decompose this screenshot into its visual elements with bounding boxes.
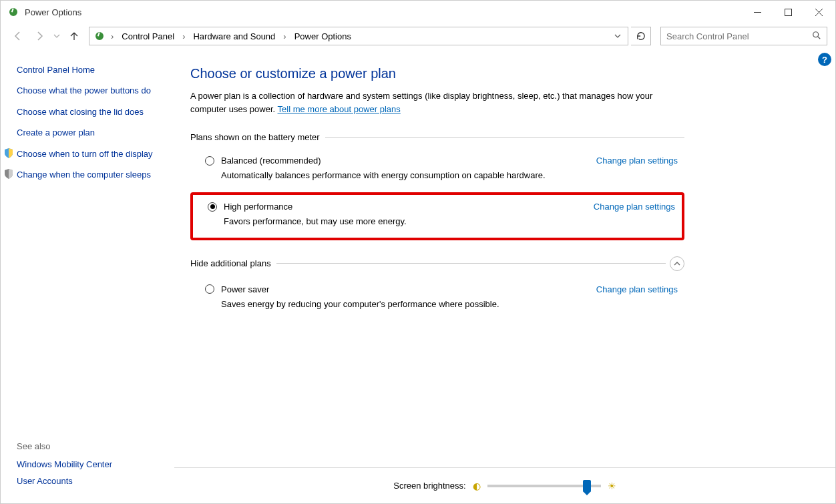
power-options-path-icon xyxy=(93,30,106,42)
plan-high-performance: High performance Change plan settings Fa… xyxy=(190,192,684,240)
change-plan-settings-link[interactable]: Change plan settings xyxy=(596,284,678,294)
search-input[interactable] xyxy=(666,31,812,41)
brightness-slider-thumb[interactable] xyxy=(583,480,591,492)
maximize-button[interactable] xyxy=(773,1,803,23)
nav-forward-button[interactable] xyxy=(30,27,49,45)
svg-line-9 xyxy=(818,36,821,39)
plan-radio-balanced[interactable] xyxy=(205,156,214,166)
svg-rect-3 xyxy=(785,9,791,15)
brightness-slider[interactable] xyxy=(487,485,601,487)
chevron-right-icon: › xyxy=(110,31,115,41)
address-bar[interactable]: › Control Panel › Hardware and Sound › P… xyxy=(89,27,628,45)
shield-icon xyxy=(2,148,15,160)
titlebar: Power Options xyxy=(1,1,835,23)
refresh-button[interactable] xyxy=(631,27,651,45)
collapse-button[interactable] xyxy=(670,256,684,271)
sun-bright-icon: ☀ xyxy=(608,481,616,491)
plan-balanced: Balanced (recommended) Change plan setti… xyxy=(190,152,684,188)
plan-name: Balanced (recommended) xyxy=(221,156,321,166)
learn-more-link[interactable]: Tell me more about power plans xyxy=(278,104,401,114)
chevron-right-icon: › xyxy=(282,31,287,41)
plan-description: Saves energy by reducing your computer's… xyxy=(221,298,678,310)
change-plan-settings-link[interactable]: Change plan settings xyxy=(594,202,675,212)
group-battery-meter: Plans shown on the battery meter xyxy=(190,132,684,142)
plan-name: High performance xyxy=(224,202,292,212)
main-content: ? Choose or customize a power plan A pow… xyxy=(174,49,835,503)
chevron-right-icon: › xyxy=(181,31,186,41)
sidebar-link-computer-sleeps[interactable]: Change when the computer sleeps xyxy=(17,168,168,182)
nav-back-button[interactable] xyxy=(9,27,27,45)
sidebar-link-power-buttons[interactable]: Choose what the power buttons do xyxy=(17,84,168,97)
brightness-label: Screen brightness: xyxy=(393,481,465,491)
sidebar-link-create-plan[interactable]: Create a power plan xyxy=(17,126,168,140)
plan-radio-high-performance[interactable] xyxy=(208,202,217,212)
brightness-bar: Screen brightness: ◐ ☀ xyxy=(174,467,835,503)
sidebar: Control Panel Home Choose what the power… xyxy=(1,49,174,503)
svg-point-8 xyxy=(813,31,819,37)
control-panel-home-link[interactable]: Control Panel Home xyxy=(17,65,168,75)
plan-name: Power saver xyxy=(221,284,269,294)
group-additional-plans: Hide additional plans xyxy=(190,256,684,271)
help-icon[interactable]: ? xyxy=(818,53,831,66)
plan-power-saver: Power saver Change plan settings Saves e… xyxy=(190,280,684,317)
see-also-link-mobility-center[interactable]: Windows Mobility Center xyxy=(17,459,112,469)
search-icon[interactable] xyxy=(812,31,821,42)
see-also-section: See also Windows Mobility Center User Ac… xyxy=(17,441,112,493)
minimize-button[interactable] xyxy=(742,1,773,23)
address-dropdown-button[interactable] xyxy=(612,31,624,41)
nav-recent-dropdown[interactable] xyxy=(51,27,62,45)
see-also-heading: See also xyxy=(17,441,112,451)
sidebar-link-turn-off-display[interactable]: Choose when to turn off the display xyxy=(17,148,168,161)
page-description: A power plan is a collection of hardware… xyxy=(190,89,684,116)
breadcrumb-item[interactable]: Control Panel xyxy=(119,30,177,43)
nav-up-button[interactable] xyxy=(65,27,83,45)
sun-dim-icon: ◐ xyxy=(473,481,481,491)
breadcrumb-item[interactable]: Hardware and Sound xyxy=(190,30,278,43)
page-heading: Choose or customize a power plan xyxy=(190,66,684,81)
plan-description: Favors performance, but may use more ene… xyxy=(224,216,675,228)
see-also-link-user-accounts[interactable]: User Accounts xyxy=(17,476,112,486)
window-title: Power Options xyxy=(25,7,81,17)
change-plan-settings-link[interactable]: Change plan settings xyxy=(596,156,678,166)
power-options-app-icon xyxy=(7,6,19,18)
search-box[interactable] xyxy=(660,27,827,45)
plan-description: Automatically balances performance with … xyxy=(221,170,678,182)
breadcrumb-item[interactable]: Power Options xyxy=(292,30,354,43)
plan-radio-power-saver[interactable] xyxy=(205,284,214,294)
close-button[interactable] xyxy=(803,1,834,23)
sidebar-link-closing-lid[interactable]: Choose what closing the lid does xyxy=(17,105,168,119)
shield-icon xyxy=(2,168,15,180)
nav-row: › Control Panel › Hardware and Sound › P… xyxy=(1,23,835,49)
